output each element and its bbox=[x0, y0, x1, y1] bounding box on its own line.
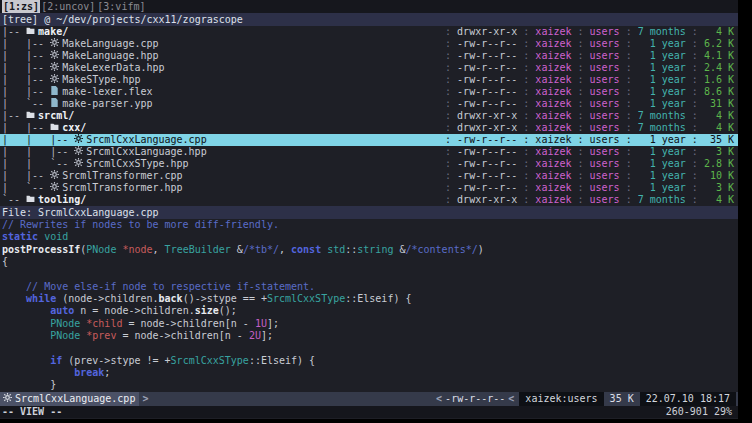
tree-row-file[interactable]: | |-- SrcmlTransformer.cpp : -rw-r--r-- … bbox=[0, 170, 738, 182]
column-separator: : bbox=[571, 146, 589, 158]
file-icon bbox=[50, 98, 62, 110]
entry-name: make-lexer.flex bbox=[62, 86, 152, 98]
tab-2[interactable]: [2:uncov] bbox=[40, 0, 96, 13]
entry-name: MakeSType.hpp bbox=[62, 74, 140, 86]
column-separator: : bbox=[517, 134, 535, 146]
gear-icon bbox=[74, 158, 86, 170]
terminal-window: [1:zs][2:uncov][3:vifm] [tree] @ ~/dev/p… bbox=[0, 0, 738, 419]
tree-row-dir[interactable]: | |-- cxx/ : drwxr-xr-x : xaizek : users… bbox=[0, 122, 738, 134]
column-separator: : bbox=[620, 110, 638, 122]
entry-permissions: -rw-r--r-- bbox=[457, 170, 517, 182]
entry-permissions: drwxr-xr-x bbox=[457, 122, 517, 134]
status-file-segment: SrcmlCxxLanguage.cpp bbox=[0, 392, 139, 406]
column-separator: : bbox=[686, 74, 704, 86]
column-separator: : bbox=[620, 98, 638, 110]
column-separator: : bbox=[686, 62, 704, 74]
column-separator: : bbox=[620, 86, 638, 98]
tree-row-dir[interactable]: |-- make/ : drwxr-xr-x : xaizek : users … bbox=[0, 26, 738, 38]
tree-row-file[interactable]: | |-- MakeLanguage.hpp : -rw-r--r-- : xa… bbox=[0, 50, 738, 62]
tree-listing: |-- make/ : drwxr-xr-x : xaizek : users … bbox=[0, 26, 738, 206]
column-separator: : bbox=[517, 50, 535, 62]
entry-owner: xaizek bbox=[535, 158, 571, 170]
entry-size: 2.4 K bbox=[704, 62, 734, 74]
entry-size: 4 K bbox=[704, 122, 734, 134]
entry-permissions: -rw-r--r-- bbox=[457, 74, 517, 86]
entry-name: MakeLanguage.cpp bbox=[62, 38, 158, 50]
entry-owner: xaizek bbox=[535, 62, 571, 74]
entry-permissions: drwxr-xr-x bbox=[457, 26, 517, 38]
tree-row-file[interactable]: | `-- SrcmlTransformer.hpp : -rw-r--r-- … bbox=[0, 182, 738, 194]
tab-1[interactable]: [1:zs] bbox=[2, 0, 40, 13]
tree-row-file[interactable]: | `-- make-parser.ypp : -rw-r--r-- : xai… bbox=[0, 98, 738, 110]
entry-permissions: -rw-r--r-- bbox=[457, 50, 517, 62]
chevron-left-icon: < bbox=[505, 392, 517, 406]
gear-icon bbox=[74, 134, 86, 146]
status-owner-group: xaizek:users bbox=[519, 392, 603, 406]
tree-row-file[interactable]: | |-- MakeLanguage.cpp : -rw-r--r-- : xa… bbox=[0, 38, 738, 50]
entry-permissions: -rw-r--r-- bbox=[457, 62, 517, 74]
entry-permissions: -rw-r--r-- bbox=[457, 146, 517, 158]
tree-row-file[interactable]: | | |-- SrcmlCxxLanguage.hpp : -rw-r--r-… bbox=[0, 146, 738, 158]
column-separator: : bbox=[439, 86, 457, 98]
tree-row-dir[interactable]: `-- tooling/ : drwxr-xr-x : xaizek : use… bbox=[0, 194, 738, 206]
entry-owner: xaizek bbox=[535, 170, 571, 182]
column-separator: : bbox=[517, 74, 535, 86]
entry-date: 7 months bbox=[638, 122, 686, 134]
column-separator: : bbox=[439, 146, 457, 158]
column-separator: : bbox=[439, 38, 457, 50]
tree-row-file[interactable]: | | |-- SrcmlCxxLanguage.cpp : -rw-r--r-… bbox=[0, 134, 738, 146]
tree-row-file[interactable]: | |-- MakeLexerData.hpp : -rw-r--r-- : x… bbox=[0, 62, 738, 74]
column-separator: : bbox=[517, 86, 535, 98]
tree-branch: |-- bbox=[2, 110, 26, 122]
column-separator: : bbox=[686, 182, 704, 194]
entry-owner: xaizek bbox=[535, 26, 571, 38]
entry-name: tooling/ bbox=[38, 194, 86, 206]
tree-row-file[interactable]: | |-- MakeSType.hpp : -rw-r--r-- : xaize… bbox=[0, 74, 738, 86]
entry-date: 1 year bbox=[638, 38, 686, 50]
status-permissions: -rw-r--r-- bbox=[445, 392, 505, 406]
code-line: postProcessIf(PNode *node, TreeBuilder &… bbox=[2, 244, 738, 256]
code-line: PNode *child = node->children[n - 1U]; bbox=[2, 318, 738, 330]
tree-branch: | | |-- bbox=[2, 146, 74, 158]
column-separator: : bbox=[439, 110, 457, 122]
folder-icon bbox=[50, 122, 62, 134]
tab-3[interactable]: [3:vifm] bbox=[96, 0, 146, 13]
column-separator: : bbox=[517, 170, 535, 182]
tree-row-file[interactable]: | | `-- SrcmlCxxSType.hpp : -rw-r--r-- :… bbox=[0, 158, 738, 170]
code-line: while (node->children.back()->stype == +… bbox=[2, 293, 738, 305]
column-separator: : bbox=[517, 122, 535, 134]
column-separator: : bbox=[439, 134, 457, 146]
entry-owner: xaizek bbox=[535, 50, 571, 62]
entry-name: make/ bbox=[38, 26, 68, 38]
entry-permissions: -rw-r--r-- bbox=[457, 98, 517, 110]
entry-group: users bbox=[590, 26, 620, 38]
tree-branch: | `-- bbox=[2, 98, 50, 110]
column-separator: : bbox=[686, 110, 704, 122]
preview-file-bar: File: SrcmlCxxLanguage.cpp bbox=[0, 206, 738, 219]
entry-date: 1 year bbox=[638, 98, 686, 110]
entry-name: SrcmlTransformer.cpp bbox=[62, 170, 182, 182]
entry-group: users bbox=[590, 38, 620, 50]
tree-row-file[interactable]: | |-- make-lexer.flex : -rw-r--r-- : xai… bbox=[0, 86, 738, 98]
column-separator: : bbox=[620, 134, 638, 146]
column-separator: : bbox=[571, 74, 589, 86]
chevron-right-icon: > bbox=[139, 392, 151, 406]
folder-icon bbox=[26, 110, 38, 122]
entry-size: 8.6 K bbox=[704, 86, 734, 98]
entry-group: users bbox=[590, 50, 620, 62]
code-line: static void bbox=[2, 231, 738, 243]
entry-owner: xaizek bbox=[535, 38, 571, 50]
status-bar: SrcmlCxxLanguage.cpp > < -rw-r--r-- < xa… bbox=[0, 392, 738, 406]
entry-group: users bbox=[590, 194, 620, 206]
entry-owner: xaizek bbox=[535, 122, 571, 134]
code-line: } bbox=[2, 379, 738, 391]
tree-branch: `-- bbox=[2, 194, 26, 206]
column-separator: : bbox=[439, 50, 457, 62]
column-separator: : bbox=[686, 50, 704, 62]
column-separator: : bbox=[571, 26, 589, 38]
tree-row-dir[interactable]: |-- srcml/ : drwxr-xr-x : xaizek : users… bbox=[0, 110, 738, 122]
entry-name: SrcmlTransformer.hpp bbox=[62, 182, 182, 194]
tree-branch: |-- bbox=[2, 26, 26, 38]
column-separator: : bbox=[439, 26, 457, 38]
column-separator: : bbox=[686, 194, 704, 206]
